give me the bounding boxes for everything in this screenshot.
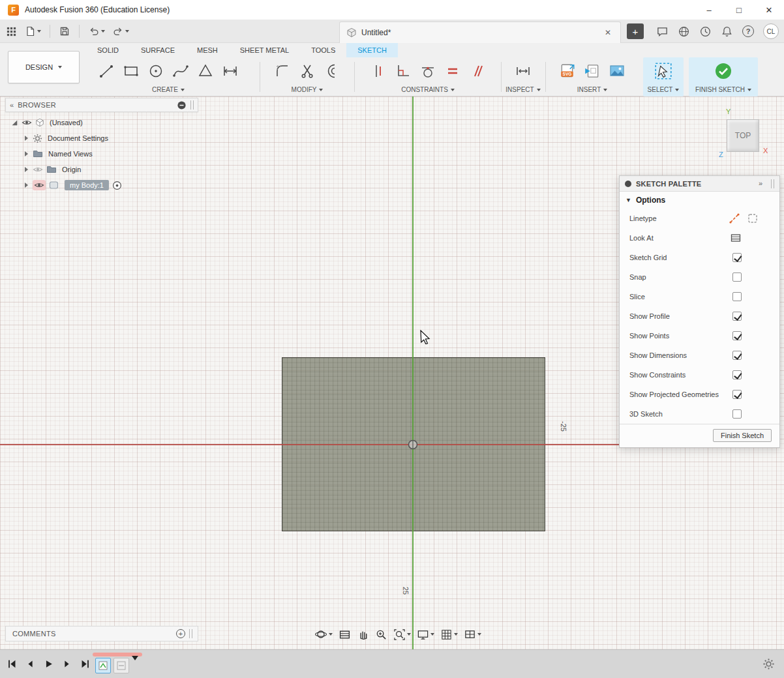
- rectangle-tool-button[interactable]: [123, 63, 140, 80]
- tab-tools[interactable]: TOOLS: [300, 43, 346, 57]
- perpendicular-constraint-button[interactable]: [395, 63, 412, 80]
- selection-target-icon[interactable]: [112, 181, 122, 190]
- tree-item-root[interactable]: (Unsaved): [5, 115, 198, 130]
- offset-tool-button[interactable]: [324, 63, 340, 80]
- show-profile-checkbox[interactable]: [732, 312, 742, 321]
- sketch-palette-header[interactable]: SKETCH PALETTE »: [620, 176, 779, 192]
- tree-item-document-settings[interactable]: Document Settings: [5, 130, 198, 146]
- vertical-horizontal-constraint-button[interactable]: [370, 63, 387, 80]
- tab-mesh[interactable]: MESH: [186, 43, 229, 57]
- save-button[interactable]: [57, 23, 72, 40]
- timeline-feature[interactable]: [113, 658, 129, 673]
- finish-sketch-button[interactable]: [714, 61, 733, 81]
- help-button[interactable]: ?: [742, 25, 754, 37]
- look-at-icon[interactable]: [730, 232, 742, 244]
- show-dimensions-checkbox[interactable]: [732, 351, 742, 360]
- tab-surface[interactable]: SURFACE: [130, 43, 186, 57]
- dock-icon[interactable]: [625, 181, 631, 187]
- go-to-start-button[interactable]: [7, 658, 18, 670]
- finish-sketch-palette-button[interactable]: Finish Sketch: [713, 429, 772, 442]
- create-dropdown[interactable]: CREATE: [152, 85, 185, 95]
- redo-button[interactable]: [110, 23, 131, 40]
- tree-item-label[interactable]: my Body:1: [65, 180, 109, 190]
- eye-icon[interactable]: [22, 119, 32, 126]
- insert-dropdown[interactable]: INSERT: [577, 85, 608, 95]
- slice-checkbox[interactable]: [732, 292, 742, 301]
- centerline-linetype-icon[interactable]: [729, 213, 740, 224]
- expand-caret-icon[interactable]: [25, 183, 28, 188]
- snap-checkbox[interactable]: [732, 273, 742, 282]
- spline-tool-button[interactable]: [172, 63, 189, 80]
- parallel-constraint-button[interactable]: [469, 63, 486, 80]
- eye-off-icon[interactable]: [33, 166, 43, 173]
- grid-settings-button[interactable]: [440, 628, 458, 641]
- select-tool-button[interactable]: [654, 61, 673, 81]
- x-axis-line[interactable]: [0, 444, 619, 445]
- modify-dropdown[interactable]: MODIFY: [292, 85, 324, 95]
- document-tab[interactable]: Untitled* ✕: [339, 22, 621, 43]
- viewports-button[interactable]: [464, 628, 481, 641]
- sketch-dimension-button[interactable]: [222, 63, 239, 80]
- add-comment-icon[interactable]: +: [176, 629, 185, 638]
- fit-button[interactable]: [393, 628, 411, 641]
- expand-palette-icon[interactable]: »: [759, 180, 762, 187]
- undo-button[interactable]: [86, 23, 107, 40]
- view-cube[interactable]: Y TOP X Z: [716, 106, 778, 164]
- panel-grip[interactable]: [190, 100, 194, 110]
- expand-caret-icon[interactable]: [25, 167, 28, 172]
- tree-item-origin[interactable]: Origin: [5, 162, 198, 177]
- circle-tool-button[interactable]: [147, 63, 164, 80]
- comments-bar[interactable]: COMMENTS +: [5, 626, 198, 641]
- show-points-checkbox[interactable]: [732, 331, 742, 340]
- canvas-image-button[interactable]: [609, 63, 626, 80]
- app-grid-button[interactable]: [4, 23, 19, 40]
- constraints-dropdown[interactable]: CONSTRAINTS: [401, 85, 455, 95]
- minimize-button[interactable]: –: [694, 0, 724, 20]
- web-button[interactable]: [678, 25, 690, 38]
- tree-item-my-body[interactable]: my Body:1: [5, 177, 198, 193]
- timeline-sketch-feature[interactable]: [95, 658, 111, 673]
- timeline-position-marker[interactable]: [132, 656, 138, 660]
- sketch-grid-checkbox[interactable]: [732, 253, 742, 262]
- pan-button[interactable]: [357, 628, 369, 641]
- step-forward-button[interactable]: [61, 658, 72, 670]
- finish-sketch-dropdown[interactable]: FINISH SKETCH: [695, 85, 751, 95]
- options-section-header[interactable]: ▼ Options: [620, 192, 779, 209]
- panel-grip[interactable]: [189, 629, 192, 638]
- display-settings-button[interactable]: [417, 628, 434, 641]
- look-at-button[interactable]: [339, 628, 351, 641]
- trim-tool-button[interactable]: [299, 63, 316, 80]
- expand-caret-icon[interactable]: [25, 136, 28, 141]
- decal-button[interactable]: [584, 63, 601, 80]
- tree-item-label[interactable]: (Unsaved): [50, 119, 83, 126]
- insert-svg-button[interactable]: SVG: [559, 63, 576, 80]
- tangent-constraint-button[interactable]: [419, 63, 436, 80]
- tab-sheet-metal[interactable]: SHEET METAL: [229, 43, 300, 57]
- tree-item-label[interactable]: Document Settings: [48, 134, 108, 142]
- 3d-sketch-checkbox[interactable]: [732, 409, 742, 419]
- tree-item-label[interactable]: Origin: [62, 166, 81, 173]
- origin-point-icon[interactable]: [407, 439, 419, 450]
- orbit-button[interactable]: [314, 628, 333, 641]
- new-tab-button[interactable]: +: [627, 23, 644, 39]
- construction-linetype-icon[interactable]: [747, 213, 759, 224]
- browser-minimize-icon[interactable]: [177, 100, 187, 110]
- tree-item-label[interactable]: Named Views: [48, 150, 93, 158]
- inspect-dropdown[interactable]: INSPECT: [505, 85, 540, 95]
- workspace-selector[interactable]: DESIGN: [8, 51, 80, 83]
- measure-tool-button[interactable]: [515, 63, 532, 80]
- polygon-tool-button[interactable]: [197, 63, 214, 80]
- visibility-highlight[interactable]: [33, 180, 46, 190]
- file-menu-button[interactable]: [22, 23, 43, 40]
- tab-solid[interactable]: SOLID: [86, 43, 130, 57]
- timeline-settings-gear-icon[interactable]: [762, 658, 775, 670]
- step-back-button[interactable]: [25, 658, 36, 670]
- tree-item-named-views[interactable]: Named Views: [5, 146, 198, 162]
- close-button[interactable]: ✕: [754, 0, 784, 20]
- comments-button[interactable]: [656, 25, 669, 38]
- view-cube-top-face[interactable]: TOP: [727, 119, 759, 152]
- maximize-button[interactable]: □: [724, 0, 754, 20]
- equal-constraint-button[interactable]: [444, 63, 461, 80]
- tab-sketch[interactable]: SKETCH: [346, 43, 398, 57]
- collapse-browser-icon[interactable]: «: [10, 102, 14, 109]
